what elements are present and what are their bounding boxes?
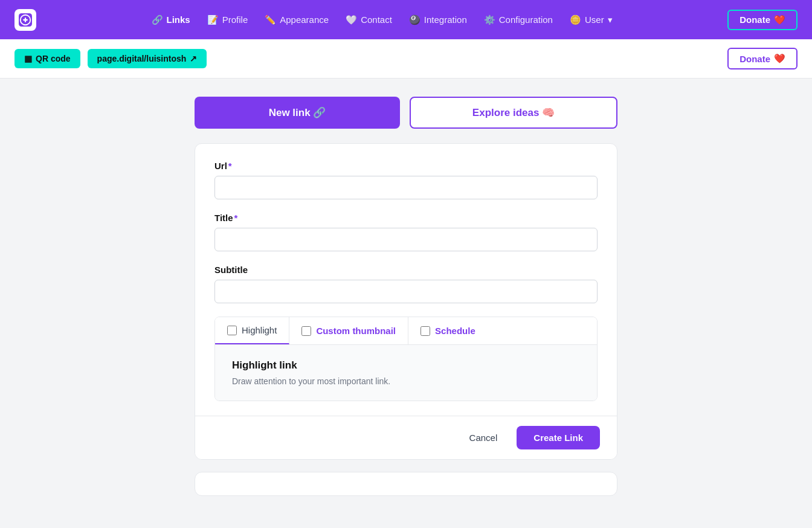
highlight-link-title: Highlight link [232,359,580,372]
second-card-stub [195,472,617,496]
tab-custom-thumbnail[interactable]: Custom thumbnail [289,317,408,344]
tab-schedule[interactable]: Schedule [408,317,488,344]
user-icon: 🪙 [570,14,581,25]
url-group: Url* [214,161,598,199]
form-footer: Cancel Create Link [195,416,617,459]
options-tabs: Highlight Custom thumbnail Schedule High… [214,317,598,401]
highlight-checkbox[interactable] [227,326,237,335]
subtitle-label: Subtitle [214,265,598,275]
main-content: New link 🔗 Explore ideas 🧠 Url* Title* [0,79,812,514]
integration-icon: 🎱 [409,14,420,25]
toolbar: ▦ QR code page.digital/luisintosh ↗ Dona… [0,39,812,79]
title-group: Title* [214,213,598,251]
title-input[interactable] [214,228,598,251]
create-link-form-card: Url* Title* Subtitle [195,143,617,460]
form-body: Url* Title* Subtitle [195,144,617,416]
external-link-icon: ↗ [190,54,197,63]
cancel-button[interactable]: Cancel [460,427,507,449]
subtitle-input[interactable] [214,280,598,303]
tab-content-highlight: Highlight link Draw attention to your mo… [215,345,597,401]
page-link-button[interactable]: page.digital/luisintosh ↗ [88,49,207,68]
url-label: Url* [214,161,598,171]
header: 🔗 Links 📝 Profile ✏️ Appearance 🤍 Contac… [0,0,812,39]
custom-thumbnail-checkbox[interactable] [301,326,311,336]
new-link-button[interactable]: New link 🔗 [195,97,400,129]
main-nav: 🔗 Links 📝 Profile ✏️ Appearance 🤍 Contac… [152,14,613,25]
nav-appearance[interactable]: ✏️ Appearance [265,14,329,25]
nav-integration[interactable]: 🎱 Integration [409,14,467,25]
tab-highlight[interactable]: Highlight [215,317,289,344]
subtitle-group: Subtitle [214,265,598,303]
heart-icon: ❤️ [774,14,785,25]
toolbar-left: ▦ QR code page.digital/luisintosh ↗ [14,49,207,68]
schedule-checkbox[interactable] [420,326,430,336]
url-input[interactable] [214,176,598,199]
nav-user[interactable]: 🪙 User ▾ [570,14,613,25]
tabs-header: Highlight Custom thumbnail Schedule [215,317,597,345]
donate-button-header[interactable]: Donate ❤️ [727,10,798,30]
highlight-link-description: Draw attention to your most important li… [232,376,580,386]
profile-icon: 📝 [207,14,219,25]
user-chevron-icon: ▾ [608,14,613,25]
configuration-icon: ⚙️ [484,14,495,25]
title-required: * [234,213,238,223]
url-required: * [228,161,232,171]
title-label: Title* [214,213,598,223]
appearance-icon: ✏️ [265,14,276,25]
create-link-button[interactable]: Create Link [517,426,600,449]
heart-icon-toolbar: ❤️ [774,53,785,64]
contact-icon: 🤍 [346,14,357,25]
nav-profile[interactable]: 📝 Profile [207,14,248,25]
explore-ideas-button[interactable]: Explore ideas 🧠 [410,97,617,129]
links-icon: 🔗 [152,14,163,25]
nav-contact[interactable]: 🤍 Contact [346,14,392,25]
app-logo [14,9,36,31]
qr-icon: ▦ [24,54,32,63]
donate-button-toolbar[interactable]: Donate ❤️ [727,48,798,69]
nav-configuration[interactable]: ⚙️ Configuration [484,14,553,25]
action-btn-row: New link 🔗 Explore ideas 🧠 [195,97,617,129]
qr-code-button[interactable]: ▦ QR code [14,49,80,68]
nav-links[interactable]: 🔗 Links [152,14,190,25]
